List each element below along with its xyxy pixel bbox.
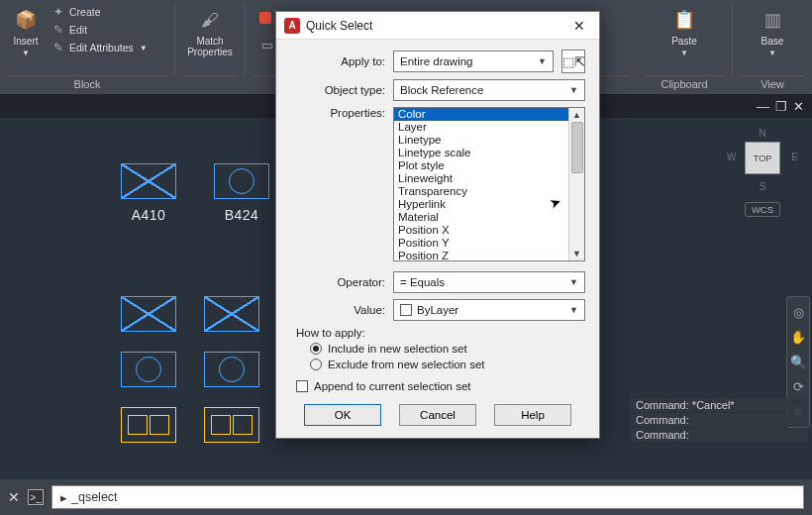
dropdown-caret-icon: ▼ [22, 49, 30, 57]
pan-icon[interactable]: ✋ [790, 330, 806, 345]
create-icon: ✦ [51, 5, 65, 19]
properties-item[interactable]: Linetype [394, 134, 568, 147]
select-objects-button[interactable]: ⬚⇱ [561, 50, 585, 73]
operator-combo[interactable]: = Equals▼ [393, 271, 585, 293]
edit-attributes-icon: ✎ [51, 41, 65, 54]
properties-item[interactable]: Transparency [394, 185, 568, 198]
command-history-line: Command: *Cancel* [630, 398, 808, 412]
edit-icon: ✎ [51, 23, 65, 37]
select-objects-icon: ⬚⇱ [562, 54, 585, 69]
cancel-button[interactable]: Cancel [399, 404, 476, 426]
wcs-badge[interactable]: WCS [745, 202, 780, 217]
chevron-down-icon: ▼ [538, 56, 547, 66]
how-to-apply-label: How to apply: [296, 327, 585, 339]
ribbon-panel-block: 📦 Insert ▼ ✦Create ✎Edit ✎Edit Attribute… [0, 0, 174, 94]
scroll-up-icon[interactable]: ▲ [572, 110, 581, 120]
properties-item[interactable]: Lineweight [394, 172, 568, 185]
value-combo[interactable]: ByLayer▼ [393, 299, 585, 321]
command-history-line: Command: [630, 413, 808, 427]
properties-item[interactable]: Position Y [394, 237, 568, 250]
edit-attributes-button[interactable]: ✎Edit Attributes▼ [50, 40, 150, 55]
scroll-down-icon[interactable]: ▼ [572, 249, 581, 258]
radio-icon [310, 359, 322, 370]
app-logo-icon: A [284, 18, 300, 34]
nav-wheel-icon[interactable]: ◎ [793, 305, 804, 320]
ribbon-panel-properties: 🖌 Match Properties [175, 0, 245, 94]
command-input-text: _qselect [71, 490, 118, 504]
properties-label: Properties: [290, 107, 385, 119]
block-label: B424 [225, 207, 259, 223]
properties-item[interactable]: Position Z [394, 250, 568, 260]
edit-button[interactable]: ✎Edit [50, 22, 150, 38]
base-button[interactable]: ▥ Base ▼ [741, 4, 804, 59]
view-cube[interactable]: N W E TOP S WCS [731, 128, 794, 217]
properties-item[interactable]: Material [394, 211, 568, 224]
restore-icon[interactable]: ❐ [775, 99, 787, 114]
ribbon-panel-label: Block [8, 75, 166, 94]
listbox-scrollbar[interactable]: ▲ ▼ [568, 108, 584, 260]
exclude-radio[interactable]: Exclude from new selection set [310, 359, 585, 370]
create-button[interactable]: ✦Create [50, 4, 150, 20]
properties-item[interactable]: Plot style [394, 159, 568, 172]
help-button[interactable]: Help [494, 404, 571, 426]
insert-icon: 📦 [12, 6, 40, 34]
command-history-line: Command: [630, 428, 808, 442]
command-history: Command: *Cancel* Command: Command: [630, 397, 808, 442]
command-line: ✕ >_ ▸ _qselect [0, 479, 812, 515]
operator-label: Operator: [290, 276, 385, 288]
zoom-icon[interactable]: 🔍 [790, 355, 806, 369]
value-label: Value: [290, 304, 385, 316]
chevron-down-icon: ▼ [569, 305, 578, 315]
color-swatch-icon[interactable] [259, 12, 271, 24]
commandline-prompt-icon[interactable]: >_ [28, 489, 44, 505]
ribbon-panel-label: Clipboard [645, 75, 724, 94]
chevron-down-icon: ▼ [569, 277, 578, 287]
paste-icon: 📋 [670, 6, 698, 34]
view-cube-face[interactable]: TOP [745, 142, 780, 174]
command-input[interactable]: ▸ _qselect [51, 485, 804, 509]
ribbon-panel-label [183, 75, 237, 94]
match-properties-icon: 🖌 [196, 6, 224, 34]
object-type-combo[interactable]: Block Reference▼ [393, 79, 585, 101]
dropdown-caret-icon: ▼ [768, 49, 776, 57]
document-window-controls: — ❐ ✕ [723, 94, 812, 118]
apply-to-combo[interactable]: Entire drawing▼ [393, 51, 554, 72]
dialog-titlebar[interactable]: A Quick Select ✕ [276, 12, 599, 40]
dialog-close-icon[interactable]: ✕ [567, 18, 591, 34]
properties-item[interactable]: Position X [394, 224, 568, 237]
scroll-thumb[interactable] [571, 122, 583, 173]
minimize-icon[interactable]: — [757, 99, 769, 114]
properties-item[interactable]: Hyperlink [394, 198, 568, 211]
chevron-down-icon: ▼ [569, 85, 578, 95]
insert-label: Insert [13, 36, 38, 47]
quick-select-dialog: A Quick Select ✕ Apply to: Entire drawin… [275, 11, 600, 439]
block-label: A410 [132, 207, 166, 223]
apply-to-label: Apply to: [290, 55, 385, 67]
ribbon-panel-label: View [741, 75, 804, 94]
dropdown-caret-icon: ▼ [680, 49, 688, 57]
match-properties-label: Match Properties [187, 36, 233, 57]
dialog-title: Quick Select [306, 19, 567, 33]
checkbox-icon [296, 380, 308, 392]
include-radio[interactable]: Include in new selection set [310, 343, 585, 355]
ok-button[interactable]: OK [304, 404, 381, 426]
match-properties-button[interactable]: 🖌 Match Properties [183, 4, 237, 59]
properties-item[interactable]: Color [394, 108, 568, 121]
insert-button[interactable]: 📦 Insert ▼ [8, 4, 44, 59]
base-icon: ▥ [759, 6, 786, 34]
properties-item[interactable]: Linetype scale [394, 147, 568, 159]
paste-button[interactable]: 📋 Paste ▼ [645, 4, 724, 59]
properties-listbox[interactable]: ColorLayerLinetypeLinetype scalePlot sty… [393, 107, 585, 261]
object-type-label: Object type: [290, 84, 385, 96]
orbit-icon[interactable]: ⟳ [793, 379, 804, 394]
radio-icon [310, 343, 322, 355]
properties-item[interactable]: Layer [394, 121, 568, 134]
ribbon-panel-clipboard: 📋 Paste ▼ Clipboard [637, 0, 732, 94]
close-icon[interactable]: ✕ [793, 99, 804, 114]
append-checkbox[interactable]: Append to current selection set [296, 380, 585, 392]
color-swatch-icon [400, 304, 412, 316]
ribbon-panel-view: ▥ Base ▼ View [733, 0, 812, 94]
close-commandline-icon[interactable]: ✕ [8, 489, 20, 505]
